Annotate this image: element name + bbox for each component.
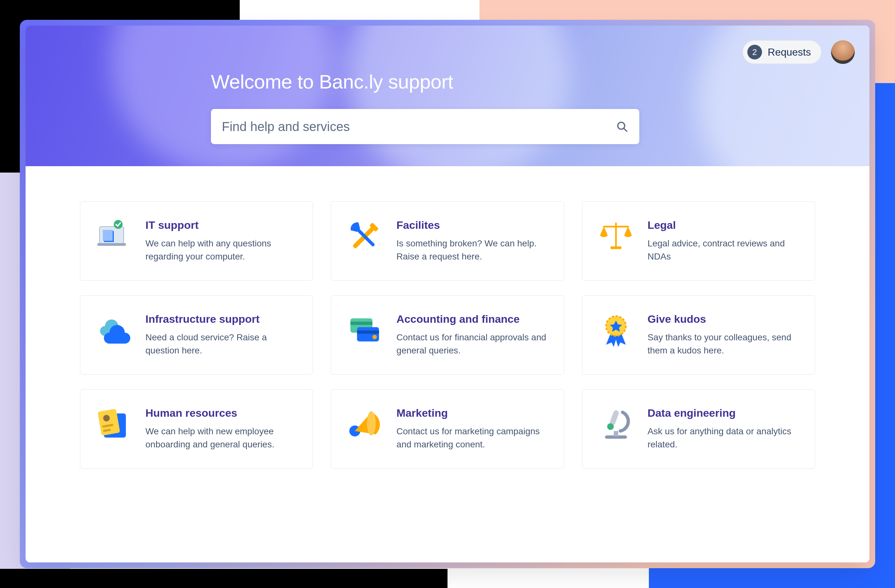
svg-rect-15 [357, 327, 379, 342]
award-ribbon-icon [598, 313, 634, 348]
category-card-legal[interactable]: Legal Legal advice, contract reviews and… [582, 202, 815, 280]
card-title: Data engineering [648, 407, 799, 419]
background-slab [0, 569, 448, 588]
category-card-kudos[interactable]: Give kudos Say thanks to your colleagues… [582, 295, 815, 374]
card-desc: Contact us for financial approvals and g… [396, 331, 548, 357]
svg-point-17 [372, 335, 377, 339]
page-title: Welcome to Banc.ly support [211, 70, 639, 93]
category-card-data-engineering[interactable]: Data engineering Ask us for anything dat… [582, 389, 815, 468]
tools-icon [347, 219, 382, 254]
category-card-it-support[interactable]: IT support We can help with any question… [80, 202, 313, 280]
card-desc: Legal advice, contract reviews and NDAs [648, 237, 799, 263]
card-desc: Ask us for anything data or analytics re… [648, 425, 799, 451]
card-title: IT support [146, 219, 297, 231]
card-title: Give kudos [648, 313, 799, 325]
card-desc: Contact us for marketing campaigns and m… [396, 425, 548, 451]
category-card-marketing[interactable]: Marketing Contact us for marketing campa… [331, 389, 564, 468]
computer-check-icon [96, 219, 131, 254]
category-grid-section: IT support We can help with any question… [26, 166, 869, 562]
card-desc: We can help with new employee onboarding… [146, 425, 297, 451]
card-desc: Need a cloud service? Raise a question h… [146, 331, 297, 357]
svg-point-30 [607, 423, 614, 430]
svg-rect-14 [350, 322, 373, 325]
requests-count-badge: 2 [747, 45, 762, 59]
card-title: Human resources [146, 407, 297, 419]
category-card-hr[interactable]: Human resources We can help with new emp… [80, 389, 313, 468]
app-window: 2 Requests Welcome to Banc.ly support [26, 26, 869, 562]
card-title: Facilites [396, 219, 548, 231]
hero-banner: 2 Requests Welcome to Banc.ly support [26, 26, 869, 166]
svg-rect-28 [614, 431, 618, 436]
credit-cards-icon [347, 313, 382, 348]
card-desc: We can help with any questions regarding… [146, 237, 297, 263]
microscope-icon [598, 407, 634, 442]
svg-rect-16 [357, 330, 379, 333]
svg-line-1 [624, 129, 627, 131]
category-card-accounting[interactable]: Accounting and finance Contact us for fi… [331, 295, 564, 374]
svg-rect-5 [103, 230, 113, 241]
category-card-facilities[interactable]: Facilites Is something broken? We can he… [331, 202, 564, 280]
category-card-infrastructure[interactable]: Infrastructure support Need a cloud serv… [80, 295, 313, 374]
card-title: Accounting and finance [396, 313, 548, 325]
svg-rect-3 [97, 243, 126, 246]
gradient-frame: 2 Requests Welcome to Banc.ly support [20, 20, 875, 568]
svg-point-26 [367, 411, 376, 436]
card-title: Legal [648, 219, 799, 231]
requests-button[interactable]: 2 Requests [743, 40, 821, 64]
avatar[interactable] [831, 40, 855, 64]
svg-rect-12 [610, 246, 621, 249]
search-input[interactable] [222, 120, 616, 134]
scales-icon [598, 219, 634, 254]
card-desc: Say thanks to your colleagues, send them… [648, 331, 799, 357]
svg-rect-21 [97, 409, 120, 436]
search-box[interactable] [211, 109, 639, 144]
requests-label: Requests [768, 46, 811, 58]
card-title: Marketing [396, 407, 548, 419]
card-desc: Is something broken? We can help. Raise … [396, 237, 548, 263]
svg-point-6 [114, 220, 123, 229]
id-badge-icon [96, 407, 131, 442]
search-icon [616, 120, 628, 133]
category-grid: IT support We can help with any question… [80, 202, 815, 469]
card-title: Infrastructure support [146, 313, 297, 325]
cloud-icon [96, 313, 131, 348]
megaphone-icon [347, 407, 382, 442]
